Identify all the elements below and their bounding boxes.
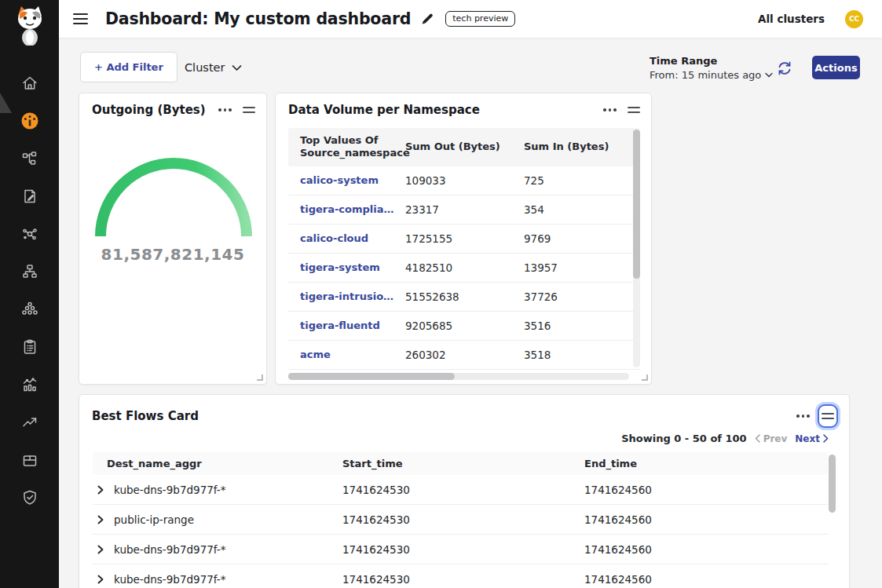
card-resize-handle[interactable] <box>257 374 263 381</box>
dest-name: kube-dns-9b7d977f-* <box>114 573 225 586</box>
sum-out-value: 4182510 <box>405 261 524 274</box>
next-label: Next <box>795 433 820 444</box>
sidebar <box>0 0 59 588</box>
namespace-link[interactable]: calico-cloud <box>300 232 405 244</box>
namespace-link[interactable]: tigera-intrusion-d… <box>300 290 405 302</box>
table-row: kube-dns-9b7d977f-* 1741624530 174162456… <box>93 564 828 588</box>
security-shield-icon[interactable] <box>0 479 59 517</box>
sum-in-value: 9769 <box>524 232 641 245</box>
statistics-icon[interactable] <box>0 366 59 404</box>
sum-in-value: 725 <box>524 174 641 187</box>
dest-name: public-ip-range <box>114 513 194 526</box>
tech-preview-badge: tech preview <box>445 11 515 27</box>
card-drag-handle[interactable] <box>628 104 640 115</box>
sidebar-nav <box>0 50 59 517</box>
namespace-link[interactable]: tigera-compliance <box>300 203 405 215</box>
cluster-dropdown-label: Cluster <box>185 61 225 74</box>
sum-out-value: 9205685 <box>405 320 524 332</box>
hamburger-menu-icon[interactable] <box>73 9 93 29</box>
end-time: 1741624560 <box>584 484 842 496</box>
card-menu-icon[interactable] <box>603 105 617 115</box>
card-title: Outgoing (Bytes) <box>92 103 206 117</box>
pagination: Showing 0 - 50 of 100 Prev Next <box>621 433 829 444</box>
sum-out-value: 51552638 <box>405 290 524 303</box>
prev-label: Prev <box>763 433 788 444</box>
packages-icon[interactable] <box>0 441 59 479</box>
sum-out-value: 260302 <box>405 349 524 361</box>
showing-range-text: Showing 0 - 50 of 100 <box>621 433 746 444</box>
table-header: Top Values Of Source_namespace Sum Out (… <box>288 128 640 166</box>
next-page-button[interactable]: Next <box>795 433 829 444</box>
home-icon[interactable] <box>0 64 59 102</box>
refresh-button[interactable] <box>776 60 793 77</box>
page-title: Dashboard: My custom dashboard <box>105 9 411 28</box>
column-header: Top Values Of Source_namespace <box>300 134 405 160</box>
vertical-scrollbar-thumb[interactable] <box>633 130 640 279</box>
column-header: Start_time <box>342 458 584 469</box>
sum-in-value: 37726 <box>524 290 641 303</box>
table-row: tigera-system 4182510 13957 <box>288 254 640 283</box>
expand-row-chevron-icon[interactable] <box>97 575 104 584</box>
card-resize-handle[interactable] <box>642 374 648 381</box>
vertical-scrollbar-thumb[interactable] <box>829 455 836 513</box>
time-range-value[interactable]: From: 15 minutes ago <box>650 69 773 81</box>
calico-cat-logo[interactable] <box>0 0 59 50</box>
expand-row-chevron-icon[interactable] <box>97 515 104 524</box>
start-time: 1741624530 <box>342 543 584 556</box>
end-time: 1741624560 <box>584 573 842 586</box>
sum-in-value: 3518 <box>524 349 641 361</box>
start-time: 1741624530 <box>342 484 584 496</box>
topbar: Dashboard: My custom dashboard tech prev… <box>59 0 882 38</box>
endpoints-icon[interactable] <box>0 253 59 290</box>
column-header: Sum Out (Bytes) <box>405 141 524 153</box>
sum-out-value: 23317 <box>405 203 524 216</box>
chevron-right-icon <box>823 434 829 443</box>
dest-name: kube-dns-9b7d977f-* <box>114 543 225 556</box>
table-row: tigera-intrusion-d… 51552638 37726 <box>288 283 640 312</box>
trends-icon[interactable] <box>0 404 59 441</box>
expand-row-chevron-icon[interactable] <box>97 485 104 495</box>
table-header: Dest_name_aggr Start_time End_time <box>93 452 828 475</box>
time-range-control: Time Range From: 15 minutes ago <box>650 55 773 81</box>
sum-in-value: 3516 <box>524 320 641 332</box>
card-title: Best Flows Card <box>92 409 199 423</box>
card-drag-handle[interactable] <box>243 104 255 115</box>
start-time: 1741624530 <box>342 513 584 526</box>
gauge-arc <box>91 147 256 243</box>
clusters-icon[interactable] <box>0 290 59 328</box>
edit-dashboard-pencil-icon[interactable] <box>420 12 434 26</box>
namespace-link[interactable]: tigera-fluentd <box>300 320 405 331</box>
flows-table: Dest_name_aggr Start_time End_time kube-… <box>93 452 828 588</box>
column-header: End_time <box>584 458 842 469</box>
cluster-dropdown[interactable]: Cluster <box>185 57 242 79</box>
user-avatar[interactable]: CC <box>845 10 863 28</box>
start-time: 1741624530 <box>342 573 584 586</box>
gauge-value: 81,587,821,145 <box>79 245 266 264</box>
namespace-link[interactable]: acme <box>300 349 405 360</box>
policies-icon[interactable] <box>0 177 59 215</box>
flow-visualizations-icon[interactable] <box>0 215 59 253</box>
namespace-link[interactable]: tigera-system <box>300 261 405 273</box>
card-menu-icon[interactable] <box>796 411 810 421</box>
dashboard-gauge-icon[interactable] <box>0 102 59 140</box>
horizontal-scrollbar-track <box>288 373 629 380</box>
end-time: 1741624560 <box>584 513 842 526</box>
column-header: Dest_name_aggr <box>107 458 342 469</box>
sum-in-value: 13957 <box>524 261 641 274</box>
table-row: tigera-compliance 23317 354 <box>288 195 640 225</box>
end-time: 1741624560 <box>584 543 842 556</box>
namespace-link[interactable]: calico-system <box>300 174 405 186</box>
all-clusters-selector[interactable]: All clusters <box>758 13 825 25</box>
service-graph-icon[interactable] <box>0 140 59 177</box>
table-row: acme 260302 3518 <box>288 341 640 370</box>
prev-page-button[interactable]: Prev <box>755 433 788 444</box>
horizontal-scrollbar-thumb[interactable] <box>288 373 455 380</box>
card-menu-icon[interactable] <box>218 105 232 115</box>
add-filter-button[interactable]: + Add Filter <box>80 52 177 82</box>
card-drag-handle-focused[interactable] <box>818 404 838 428</box>
chevron-down-icon <box>765 72 773 78</box>
expand-row-chevron-icon[interactable] <box>97 545 104 554</box>
actions-button[interactable]: Actions <box>812 56 860 79</box>
namespace-table: Top Values Of Source_namespace Sum Out (… <box>288 128 640 370</box>
compliance-reports-icon[interactable] <box>0 328 59 366</box>
